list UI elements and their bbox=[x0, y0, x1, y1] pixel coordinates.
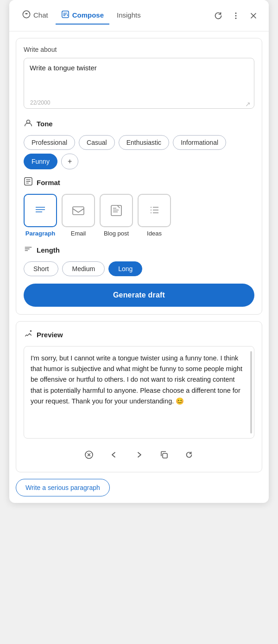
svg-rect-11 bbox=[163, 453, 167, 458]
format-ideas-label: Ideas bbox=[147, 230, 162, 237]
preview-copy-button[interactable] bbox=[156, 447, 172, 463]
chat-icon bbox=[22, 10, 31, 20]
tone-buttons: Professional Casual Enthusiastic Informa… bbox=[24, 135, 254, 169]
preview-scrollbar[interactable] bbox=[250, 351, 252, 433]
tab-compose-label: Compose bbox=[72, 11, 104, 19]
length-short[interactable]: Short bbox=[24, 261, 58, 276]
tab-chat-label: Chat bbox=[33, 11, 48, 19]
preview-title: Preview bbox=[37, 331, 63, 339]
more-options-button[interactable] bbox=[228, 8, 244, 24]
length-icon bbox=[24, 244, 33, 256]
tab-insights-label: Insights bbox=[117, 11, 141, 19]
svg-rect-8 bbox=[111, 205, 121, 216]
write-about-wrapper: Write a tongue twister 22/2000 ↗ bbox=[24, 58, 254, 111]
tone-informational[interactable]: Informational bbox=[173, 135, 226, 150]
svg-point-2 bbox=[235, 12, 237, 14]
tone-title: Tone bbox=[37, 120, 53, 128]
preview-icon bbox=[24, 329, 33, 341]
svg-point-9 bbox=[30, 330, 32, 332]
close-button[interactable] bbox=[246, 8, 261, 24]
preview-text: I'm sorry, but I cannot write a tongue t… bbox=[31, 354, 242, 405]
tab-chat[interactable]: Chat bbox=[17, 6, 54, 25]
tab-compose[interactable]: Compose bbox=[56, 6, 109, 25]
write-about-label: Write about bbox=[24, 46, 254, 53]
generate-draft-button[interactable]: Generate draft bbox=[24, 284, 254, 307]
length-buttons: Short Medium Long bbox=[24, 261, 254, 276]
refresh-button[interactable] bbox=[210, 8, 226, 24]
length-section: Length Short Medium Long bbox=[24, 244, 254, 276]
tone-professional[interactable]: Professional bbox=[24, 135, 75, 150]
compose-card: Write about Write a tongue twister 22/20… bbox=[16, 38, 262, 315]
preview-back-button[interactable] bbox=[106, 447, 122, 463]
tone-enthusiastic[interactable]: Enthusiastic bbox=[119, 135, 169, 150]
suggestion-button[interactable]: Write a serious paragraph bbox=[16, 479, 110, 496]
format-blog-post-label: Blog post bbox=[104, 230, 129, 237]
format-section: Format Paragraph bbox=[24, 177, 254, 237]
format-ideas[interactable]: Ideas bbox=[138, 194, 171, 237]
preview-actions bbox=[24, 443, 254, 464]
compose-icon bbox=[61, 10, 70, 20]
format-paragraph-label: Paragraph bbox=[25, 230, 55, 237]
preview-regenerate-button[interactable] bbox=[181, 447, 197, 463]
format-email-label: Email bbox=[71, 230, 86, 237]
char-count: 22/2000 bbox=[30, 99, 50, 106]
length-long[interactable]: Long bbox=[108, 261, 142, 276]
tab-insights[interactable]: Insights bbox=[111, 7, 146, 24]
preview-card: Preview I'm sorry, but I cannot write a … bbox=[16, 321, 262, 472]
format-paragraph[interactable]: Paragraph bbox=[24, 194, 57, 237]
write-about-input[interactable]: Write a tongue twister bbox=[24, 58, 254, 109]
resize-handle[interactable]: ↗ bbox=[245, 100, 251, 108]
format-email[interactable]: Email bbox=[62, 194, 95, 237]
tone-add[interactable]: + bbox=[61, 154, 78, 169]
preview-forward-button[interactable] bbox=[131, 447, 147, 463]
tone-section: Tone Professional Casual Enthusiastic In… bbox=[24, 118, 254, 169]
format-title: Format bbox=[37, 179, 60, 186]
svg-point-3 bbox=[235, 15, 237, 16]
tone-casual[interactable]: Casual bbox=[79, 135, 115, 150]
svg-point-4 bbox=[235, 18, 237, 19]
preview-discard-button[interactable] bbox=[81, 447, 97, 463]
format-grid: Paragraph Email bbox=[24, 194, 254, 237]
length-title: Length bbox=[37, 246, 60, 254]
tone-icon bbox=[24, 118, 33, 130]
header: Chat Compose Insights bbox=[9, 0, 269, 31]
format-icon bbox=[24, 177, 33, 188]
format-blog-post[interactable]: Blog post bbox=[100, 194, 133, 237]
preview-content: I'm sorry, but I cannot write a tongue t… bbox=[24, 346, 254, 439]
tone-funny[interactable]: Funny bbox=[24, 154, 57, 169]
svg-rect-7 bbox=[73, 207, 84, 215]
length-medium[interactable]: Medium bbox=[62, 261, 105, 276]
